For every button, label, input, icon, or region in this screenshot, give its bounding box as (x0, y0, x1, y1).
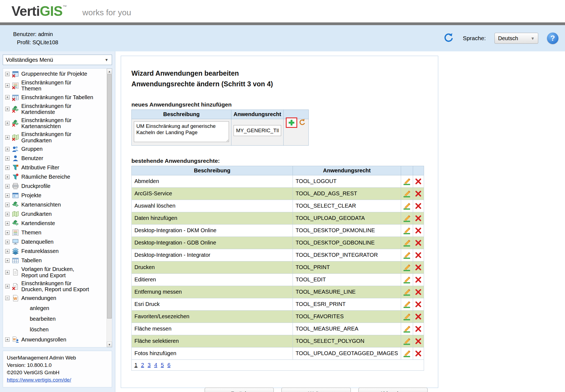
edit-right-button[interactable] (401, 237, 413, 249)
tree-scrollbar[interactable]: ▲ ▼ (107, 69, 112, 347)
expander-icon[interactable]: + (5, 83, 10, 88)
sidebar-tree-item[interactable]: + Benutzer (4, 154, 106, 163)
cancel-button[interactable]: Abbrechen (358, 388, 428, 392)
sidebar-tree-item[interactable]: + Kartenansichten (4, 200, 106, 209)
sidebar-tree-item[interactable]: + Gruppen (4, 145, 106, 154)
expander-icon[interactable]: + (5, 95, 10, 99)
sidebar-tree-item[interactable]: + Kartendienste (4, 219, 106, 228)
sidebar-tree-item[interactable]: + Vorlagen für Drucken, Report und Expor… (4, 265, 106, 279)
expander-icon[interactable]: + (5, 184, 10, 188)
edit-right-button[interactable] (401, 335, 413, 347)
sidebar-tree-item[interactable]: + Datenquellen (4, 237, 106, 246)
edit-right-button[interactable] (401, 298, 413, 310)
sidebar-tree-item[interactable]: + Einschränkungen für Kartenansichten (4, 116, 106, 130)
sidebar-tree-item[interactable]: + Einschränkungen für Drucken, Report un… (4, 279, 106, 293)
scroll-up-button[interactable]: ▲ (107, 69, 112, 74)
new-right-description-input[interactable]: UM Einschränkung auf generische Kacheln … (134, 121, 229, 142)
sidebar-tree-item[interactable]: + Projekte (4, 191, 106, 200)
sidebar-tree-item[interactable]: + W Anwendungsrollen (4, 335, 106, 344)
delete-right-button[interactable] (413, 249, 424, 261)
expander-icon[interactable]: + (5, 221, 10, 226)
edit-right-button[interactable] (401, 187, 413, 200)
expander-icon[interactable]: + (5, 107, 10, 111)
expander-icon[interactable]: + (5, 72, 10, 76)
sidebar-tree-item[interactable]: + Featureklassen (4, 247, 106, 256)
delete-right-button[interactable] (413, 273, 424, 286)
expander-icon[interactable]: + (5, 147, 10, 151)
expander-icon[interactable]: + (5, 166, 10, 170)
vertigis-link[interactable]: https://www.vertigis.com/de/ (7, 377, 71, 383)
expander-icon[interactable]: + (5, 258, 10, 263)
sidebar-tree-subitem-anlegen[interactable]: anlegen (4, 303, 106, 314)
page-link-2[interactable]: 2 (141, 362, 144, 368)
edit-right-button[interactable] (401, 212, 413, 224)
delete-right-button[interactable] (413, 212, 424, 224)
back-button[interactable]: Zurück (205, 388, 274, 392)
sidebar-tree-item[interactable]: + Räumliche Bereiche (4, 172, 106, 181)
expander-icon[interactable]: − (5, 296, 10, 300)
scroll-down-button[interactable]: ▼ (107, 342, 112, 347)
sidebar-tree-item[interactable]: + Tabellen (4, 256, 106, 265)
sidebar-tree-item[interactable]: + Einschränkungen für Themen (4, 79, 106, 93)
expander-icon[interactable]: + (5, 212, 10, 216)
edit-right-button[interactable] (401, 261, 413, 273)
add-icon[interactable] (288, 119, 295, 126)
delete-right-button[interactable] (413, 286, 424, 298)
page-link-6[interactable]: 6 (167, 362, 170, 368)
edit-right-button[interactable] (401, 323, 413, 335)
sidebar-tree-item[interactable]: + Themen (4, 228, 106, 237)
delete-right-button[interactable] (413, 335, 424, 347)
sidebar-tree-item[interactable]: + Druckprofile (4, 182, 106, 191)
expander-icon[interactable]: + (5, 121, 10, 125)
expander-icon[interactable]: + (5, 337, 10, 342)
edit-right-button[interactable] (401, 249, 413, 261)
delete-right-button[interactable] (413, 200, 424, 212)
edit-right-button[interactable] (401, 200, 413, 212)
delete-right-button[interactable] (413, 187, 424, 200)
delete-right-button[interactable] (413, 224, 424, 237)
page-link-5[interactable]: 5 (161, 362, 164, 368)
next-button[interactable]: Weiter (281, 388, 351, 392)
expander-icon[interactable]: + (5, 240, 10, 244)
page-link-4[interactable]: 4 (154, 362, 157, 368)
delete-right-button[interactable] (413, 323, 424, 335)
help-button[interactable]: ? (547, 33, 558, 44)
language-dropdown[interactable]: Deutsch ▼ (495, 33, 538, 44)
page-link-3[interactable]: 3 (148, 362, 151, 368)
sidebar-tree-item[interactable]: + Einschränkungen für Kartendienste (4, 102, 106, 116)
sidebar-tree-subitem-bearbeiten[interactable]: bearbeiten (4, 314, 106, 324)
sidebar-tree-item[interactable]: + Grundkarten (4, 210, 106, 219)
edit-right-button[interactable] (401, 175, 413, 187)
sidebar-tree-item[interactable]: + Attributive Filter (4, 163, 106, 172)
delete-right-button[interactable] (413, 347, 424, 359)
expander-icon[interactable]: + (5, 156, 10, 161)
expander-icon[interactable]: + (5, 175, 10, 179)
edit-right-button[interactable] (401, 224, 413, 237)
edit-right-button[interactable] (401, 286, 413, 298)
expander-icon[interactable]: + (5, 284, 10, 288)
sidebar-tree-item[interactable]: + Gruppenrechte für Projekte (4, 69, 106, 78)
expander-icon[interactable]: + (5, 203, 10, 207)
expander-icon[interactable]: + (5, 231, 10, 235)
delete-right-button[interactable] (413, 175, 424, 187)
edit-right-button[interactable] (401, 273, 413, 286)
sidebar-tree-item[interactable]: − W Anwendungen (4, 294, 106, 303)
expander-icon[interactable]: + (5, 249, 10, 254)
edit-right-button[interactable] (401, 310, 413, 323)
sidebar-tree-item[interactable]: + Einschränkungen für Grundkarten (4, 130, 106, 144)
delete-right-button[interactable] (413, 298, 424, 310)
delete-right-button[interactable] (413, 237, 424, 249)
delete-right-button[interactable] (413, 261, 424, 273)
refresh-button[interactable] (443, 33, 454, 44)
expander-icon[interactable]: + (5, 135, 10, 140)
page-link-1[interactable]: 1 (134, 362, 137, 368)
expander-icon[interactable]: + (5, 193, 10, 198)
sidebar-tree-subitem-löschen[interactable]: löschen (4, 324, 106, 335)
expander-icon[interactable]: + (5, 270, 10, 275)
delete-right-button[interactable] (413, 310, 424, 323)
scrollbar-thumb[interactable] (107, 74, 112, 319)
undo-button[interactable] (298, 118, 306, 127)
edit-right-button[interactable] (401, 347, 413, 359)
menu-mode-dropdown[interactable]: Vollständiges Menü ▼ (3, 55, 112, 65)
new-right-code-input[interactable] (234, 125, 281, 136)
